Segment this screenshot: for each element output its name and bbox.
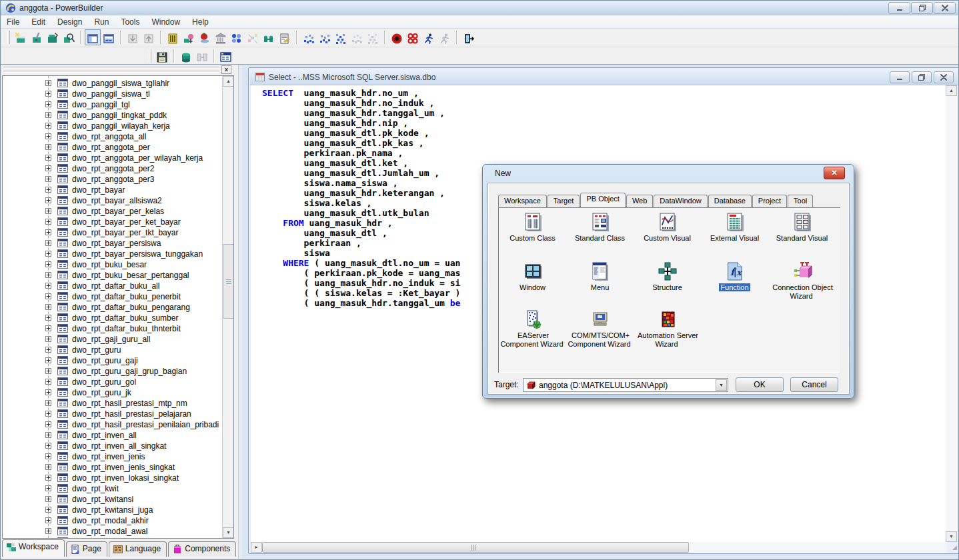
toolbar-button-table-list[interactable] — [229, 29, 245, 45]
dialog-tab-web[interactable]: Web — [626, 195, 653, 207]
cancel-button[interactable]: Cancel — [790, 377, 838, 392]
resize-grip[interactable]: ◢ — [946, 542, 957, 553]
dialog-tab-tool[interactable]: Tool — [788, 195, 813, 207]
toolbar-button-database-painter[interactable] — [213, 29, 229, 45]
tree-scrollbar[interactable]: ▲ ▼ — [222, 76, 233, 538]
expand-plus-icon[interactable] — [45, 357, 51, 363]
scroll-right-arrow[interactable]: ► — [251, 542, 262, 553]
expand-plus-icon[interactable] — [45, 261, 51, 267]
expand-plus-icon[interactable] — [45, 80, 51, 86]
dialog-tab-project[interactable]: Project — [752, 195, 787, 207]
toolbar-gripper[interactable] — [7, 31, 10, 44]
expand-plus-icon[interactable] — [45, 347, 51, 353]
menu-item-file[interactable]: File — [1, 16, 25, 29]
expand-plus-icon[interactable] — [45, 368, 51, 374]
pbobject-window[interactable]: Window — [500, 261, 565, 292]
target-combobox[interactable]: anggota (D:\MATKELULUSAN\Appl) ▼ — [523, 378, 728, 392]
expand-plus-icon[interactable] — [45, 325, 51, 331]
toolbar-button-exit[interactable] — [461, 29, 477, 45]
menu-item-window[interactable]: Window — [145, 16, 186, 29]
sql-restore-button[interactable] — [912, 71, 932, 83]
expand-plus-icon[interactable] — [45, 101, 51, 107]
toolbar-button-pipeline[interactable] — [261, 29, 277, 45]
expand-plus-icon[interactable] — [45, 517, 51, 523]
menu-item-design[interactable]: Design — [51, 16, 88, 29]
panel-splitter[interactable] — [238, 65, 242, 560]
toolbar-button-save[interactable] — [154, 48, 170, 64]
expand-plus-icon[interactable] — [45, 240, 51, 246]
toolbar-button-script-editor[interactable] — [277, 29, 293, 45]
expand-plus-icon[interactable] — [45, 389, 51, 395]
dialog-tab-pb-object[interactable]: PB Object — [580, 193, 626, 207]
expand-plus-icon[interactable] — [45, 155, 51, 161]
pbobject-standard-visual[interactable]: Standard Visual — [770, 211, 834, 243]
expand-plus-icon[interactable] — [45, 123, 51, 129]
sql-close-button[interactable] — [934, 71, 954, 83]
expand-plus-icon[interactable] — [45, 432, 51, 438]
expand-plus-icon[interactable] — [45, 272, 51, 278]
expand-plus-icon[interactable] — [45, 187, 51, 193]
pbobject-standard-class[interactable]: Standard Class — [568, 211, 632, 243]
combo-dropdown-arrow[interactable]: ▼ — [716, 379, 727, 391]
menu-item-run[interactable]: Run — [88, 16, 115, 29]
toolbar-button-library-painter[interactable] — [165, 29, 181, 45]
scroll-up-arrow[interactable]: ▲ — [223, 76, 234, 87]
scroll-thumb[interactable] — [262, 542, 689, 553]
menu-item-edit[interactable]: Edit — [25, 16, 51, 29]
toolbar-button-matrix-blue-3[interactable] — [333, 29, 349, 45]
expand-plus-icon[interactable] — [45, 229, 51, 235]
expand-plus-icon[interactable] — [45, 283, 51, 289]
toolbar-button-new-object[interactable] — [13, 29, 29, 45]
menu-item-help[interactable]: Help — [186, 16, 215, 29]
panel-header[interactable]: x — [1, 65, 238, 75]
toolbar-gripper[interactable] — [149, 49, 151, 63]
pbobject-com-mts-com-component-wizard[interactable]: COM/MTS/COM+ Component Wizard — [568, 309, 632, 349]
toolbar-button-matrix-blue-2[interactable] — [317, 29, 333, 45]
expand-plus-icon[interactable] — [45, 464, 51, 470]
expand-plus-icon[interactable] — [45, 421, 51, 427]
expand-plus-icon[interactable] — [45, 304, 51, 310]
panel-tab-language[interactable]: Language — [109, 541, 167, 557]
close-button[interactable] — [934, 2, 956, 14]
pbobject-external-visual[interactable]: External Visual — [702, 211, 767, 243]
pbobject-custom-class[interactable]: Custom Class — [500, 211, 565, 243]
expand-plus-icon[interactable] — [45, 112, 51, 118]
pbobject-function[interactable]: fxFunction — [702, 261, 767, 292]
scroll-down-arrow[interactable]: ▼ — [223, 527, 234, 538]
pbobject-custom-visual[interactable]: Custom Visual — [635, 211, 700, 243]
panel-tab-components[interactable]: Components — [168, 541, 236, 557]
expand-plus-icon[interactable] — [45, 485, 51, 491]
toolbar-button-debug[interactable] — [389, 29, 405, 45]
toolbar-button-datawindow[interactable] — [218, 48, 234, 64]
toolbar-button-output-panel[interactable] — [101, 29, 117, 45]
expand-plus-icon[interactable] — [45, 400, 51, 406]
panel-tab-workspace[interactable]: Workspace — [2, 539, 65, 557]
toolbar-button-inherit-object[interactable] — [29, 29, 45, 45]
expand-plus-icon[interactable] — [45, 315, 51, 321]
pbobject-easerver-component-wizard[interactable]: EAServer Component Wizard — [500, 309, 565, 349]
sql-horizontal-scrollbar[interactable]: ◄ ► — [251, 542, 947, 553]
dialog-tab-workspace[interactable]: Workspace — [498, 195, 547, 207]
expand-plus-icon[interactable] — [45, 144, 51, 150]
scroll-up-arrow[interactable]: ▲ — [946, 85, 957, 96]
pbobject-menu[interactable]: Menu — [568, 261, 632, 292]
toolbar-button-database-profile[interactable] — [197, 29, 213, 45]
expand-plus-icon[interactable] — [45, 293, 51, 299]
toolbar-button-open-object[interactable] — [45, 29, 61, 45]
toolbar-button-run[interactable] — [421, 29, 437, 45]
pbobject-automation-server-wizard[interactable]: Automation Server Wizard — [635, 309, 700, 349]
panel-tab-page[interactable]: Page — [66, 541, 107, 557]
expand-plus-icon[interactable] — [45, 208, 51, 214]
expand-plus-icon[interactable] — [45, 453, 51, 459]
ok-button[interactable]: OK — [736, 377, 784, 392]
expand-plus-icon[interactable] — [45, 91, 51, 97]
scroll-down-arrow[interactable]: ▼ — [946, 531, 957, 542]
toolbar-button-breakpoint[interactable] — [405, 29, 421, 45]
pbobject-connection-object-wizard[interactable]: Connection Object Wizard — [770, 261, 834, 301]
expand-plus-icon[interactable] — [45, 496, 51, 502]
sql-window-titlebar[interactable]: Select - ..MSS Microsoft SQL Server.sisw… — [250, 69, 958, 85]
expand-plus-icon[interactable] — [45, 528, 51, 534]
toolbar-button-database[interactable] — [178, 48, 194, 64]
expand-plus-icon[interactable] — [45, 411, 51, 417]
expand-plus-icon[interactable] — [45, 219, 51, 225]
